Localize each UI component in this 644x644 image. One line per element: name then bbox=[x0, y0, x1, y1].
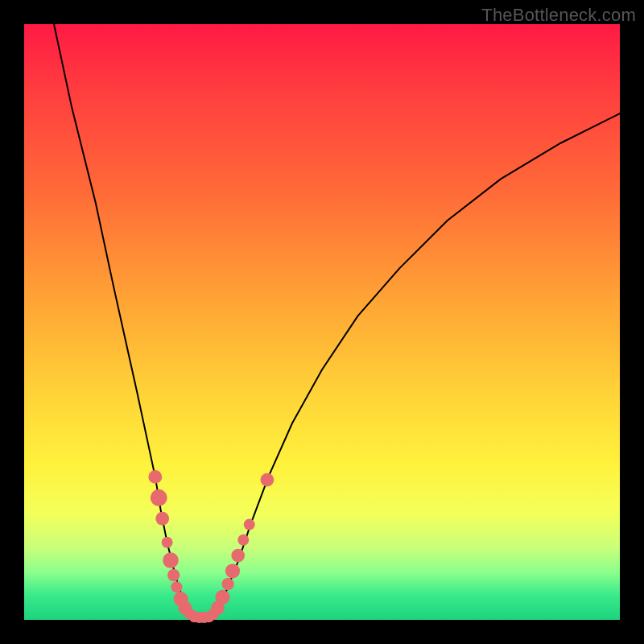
data-marker bbox=[155, 512, 169, 526]
data-marker bbox=[231, 549, 245, 563]
bottleneck-curve-right bbox=[212, 114, 620, 617]
data-marker bbox=[225, 564, 240, 578]
data-marker bbox=[151, 489, 167, 506]
curve-svg bbox=[24, 24, 620, 620]
data-marker bbox=[244, 519, 255, 530]
watermark-text: TheBottleneck.com bbox=[481, 5, 636, 26]
data-marker bbox=[221, 578, 233, 590]
bottleneck-curve-left bbox=[54, 24, 191, 617]
marker-group bbox=[148, 470, 274, 623]
data-marker bbox=[167, 569, 180, 581]
chart-frame: TheBottleneck.com bbox=[0, 0, 644, 644]
data-marker bbox=[163, 552, 179, 568]
data-marker bbox=[171, 581, 182, 592]
data-marker bbox=[261, 473, 275, 487]
data-marker bbox=[237, 535, 249, 546]
data-marker bbox=[148, 470, 162, 484]
plot-area bbox=[24, 24, 620, 620]
data-marker bbox=[215, 590, 229, 605]
data-marker bbox=[162, 537, 173, 548]
